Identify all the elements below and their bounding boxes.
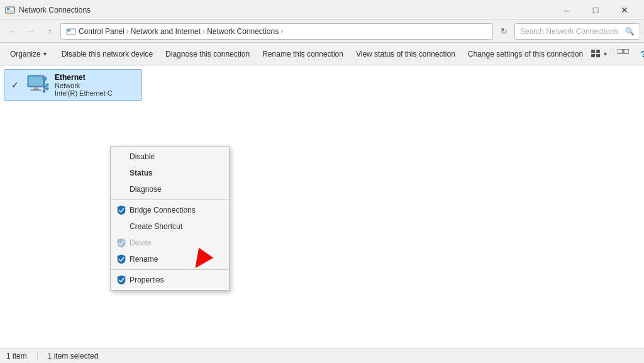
ctx-diagnose-label: Diagnose bbox=[130, 185, 162, 194]
ctx-status[interactable]: Status bbox=[111, 165, 229, 181]
minimize-button[interactable]: – bbox=[552, 0, 581, 20]
ctx-shortcut[interactable]: Create Shortcut bbox=[111, 218, 229, 235]
organize-button[interactable]: Organize ▾ bbox=[4, 44, 53, 64]
organize-label: Organize bbox=[10, 50, 41, 59]
delete-shield-icon bbox=[116, 237, 127, 249]
title-bar-title: Network Connections bbox=[19, 6, 552, 14]
ctx-delete-label: Delete bbox=[130, 238, 152, 247]
svg-point-19 bbox=[46, 87, 48, 90]
rename-shield-icon bbox=[116, 254, 127, 265]
item-count: 1 item bbox=[6, 352, 27, 360]
path-sep-3: › bbox=[280, 27, 283, 36]
ctx-delete: Delete bbox=[111, 235, 229, 251]
properties-shield-icon bbox=[116, 274, 127, 286]
status-sep bbox=[37, 352, 38, 360]
svg-rect-14 bbox=[31, 89, 41, 91]
selected-count: 1 item selected bbox=[48, 352, 99, 360]
view-status-button[interactable]: View status of this connection bbox=[350, 44, 462, 64]
svg-point-15 bbox=[43, 77, 47, 81]
back-button[interactable]: ← bbox=[4, 23, 20, 40]
up-button[interactable]: ↑ bbox=[42, 23, 58, 40]
ctx-properties-label: Properties bbox=[130, 276, 164, 284]
path-ni: Network and Internet bbox=[131, 27, 201, 36]
shortcut-icon bbox=[116, 221, 127, 232]
path-cp: Control Panel bbox=[79, 27, 125, 36]
svg-rect-9 bbox=[618, 49, 623, 53]
network-adapter: Intel(R) Ethernet C bbox=[55, 89, 113, 97]
svg-rect-12 bbox=[29, 77, 43, 86]
item-checkbox[interactable]: ✓ bbox=[9, 79, 21, 91]
forward-button[interactable]: → bbox=[23, 23, 39, 40]
status-bar: 1 item 1 item selected bbox=[0, 348, 644, 363]
search-icon: 🔍 bbox=[625, 27, 635, 36]
path-nc: Network Connections bbox=[207, 27, 279, 36]
ctx-sep-1 bbox=[111, 199, 229, 200]
layout-button[interactable] bbox=[614, 45, 633, 63]
svg-rect-10 bbox=[624, 49, 629, 53]
ctx-status-label: Status bbox=[130, 169, 153, 177]
bridge-shield-icon bbox=[116, 204, 127, 216]
view-options-button[interactable]: ▾ bbox=[589, 45, 608, 63]
search-box[interactable]: Search Network Connections 🔍 bbox=[514, 23, 640, 40]
ctx-bridge-label: Bridge Connections bbox=[130, 206, 196, 215]
diagnose-button[interactable]: Diagnose this connection bbox=[159, 44, 256, 64]
title-bar-icon bbox=[5, 5, 15, 15]
maximize-button[interactable]: □ bbox=[581, 0, 610, 20]
svg-rect-7 bbox=[591, 54, 595, 57]
disable-icon bbox=[116, 151, 127, 162]
ctx-properties[interactable]: Properties bbox=[111, 272, 229, 288]
path-sep-2: › bbox=[203, 27, 205, 36]
network-name: Ethernet bbox=[55, 73, 113, 82]
network-info: Ethernet Network Intel(R) Ethernet C bbox=[55, 73, 113, 97]
svg-rect-8 bbox=[596, 54, 600, 57]
close-button[interactable]: ✕ bbox=[610, 0, 639, 20]
search-placeholder: Search Network Connections bbox=[520, 27, 625, 36]
toolbar-right: ▾ ? bbox=[589, 45, 644, 63]
svg-rect-4 bbox=[67, 30, 70, 31]
title-bar: Network Connections – □ ✕ bbox=[0, 0, 644, 20]
ctx-rename[interactable]: Rename bbox=[111, 251, 229, 267]
ctx-shortcut-label: Create Shortcut bbox=[130, 222, 182, 231]
ethernet-item[interactable]: ✓ Ethernet Network Int bbox=[4, 69, 142, 101]
svg-rect-5 bbox=[591, 50, 595, 53]
content-area: ✓ Ethernet Network Int bbox=[0, 65, 644, 348]
disable-button[interactable]: Disable this network device bbox=[55, 44, 159, 64]
status-icon bbox=[116, 167, 127, 179]
ctx-disable[interactable]: Disable bbox=[111, 148, 229, 165]
ctx-rename-label: Rename bbox=[130, 255, 158, 264]
svg-rect-13 bbox=[33, 87, 38, 89]
ctx-bridge[interactable]: Bridge Connections bbox=[111, 202, 229, 218]
rename-button[interactable]: Rename this connection bbox=[256, 44, 350, 64]
address-path[interactable]: Control Panel › Network and Internet › N… bbox=[60, 23, 493, 40]
change-settings-button[interactable]: Change settings of this connection bbox=[462, 44, 589, 64]
toolbar-sep-2 bbox=[611, 48, 611, 60]
address-bar: ← → ↑ Control Panel › Network and Intern… bbox=[0, 20, 644, 43]
ctx-sep-2 bbox=[111, 269, 229, 270]
context-menu: Disable Status Diagnose Bridge Connectio… bbox=[110, 146, 230, 291]
title-bar-controls: – □ ✕ bbox=[552, 0, 639, 20]
diagnose-icon bbox=[116, 184, 127, 195]
network-type: Network bbox=[55, 82, 113, 89]
checkmark-icon: ✓ bbox=[11, 80, 19, 90]
svg-rect-6 bbox=[596, 50, 600, 53]
toolbar: Organize ▾ Disable this network device D… bbox=[0, 43, 644, 65]
view-chevron: ▾ bbox=[604, 50, 607, 57]
svg-line-16 bbox=[44, 81, 45, 87]
ctx-diagnose[interactable]: Diagnose bbox=[111, 181, 229, 198]
svg-rect-2 bbox=[7, 11, 13, 11]
ethernet-icon bbox=[25, 72, 50, 98]
svg-point-21 bbox=[43, 90, 45, 92]
svg-rect-1 bbox=[7, 8, 9, 10]
path-sep-1: › bbox=[126, 27, 129, 36]
organize-chevron: ▾ bbox=[43, 50, 47, 57]
refresh-button[interactable]: ↻ bbox=[496, 23, 512, 40]
ctx-disable-label: Disable bbox=[130, 152, 155, 161]
help-button[interactable]: ? bbox=[634, 45, 644, 63]
path-segment-1 bbox=[66, 26, 79, 36]
